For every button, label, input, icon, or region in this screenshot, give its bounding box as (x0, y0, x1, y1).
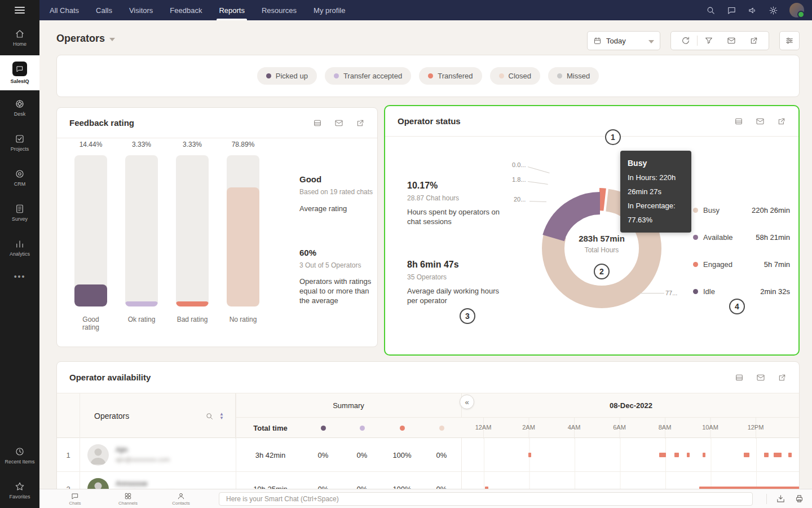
sidebar-item-favorites[interactable]: Favorites (0, 473, 39, 508)
sort-icon[interactable]: ▲▼ (219, 412, 224, 420)
sound-icon[interactable] (748, 6, 757, 15)
legend-pill[interactable]: Closed (490, 67, 540, 85)
smart-chat-input[interactable] (219, 492, 753, 506)
feedback-bar[interactable]: 3.33% Bad rating (176, 155, 209, 306)
gear-icon[interactable] (769, 6, 778, 15)
legend-value: 5h 7min (764, 260, 790, 269)
chevron-down-icon[interactable] (109, 38, 115, 41)
hamburger-menu-icon[interactable] (0, 0, 39, 20)
bar-fill (74, 284, 107, 306)
export-icon[interactable] (777, 117, 786, 126)
feedback-summary: Good Based on 19 rated chats Average rat… (299, 138, 374, 305)
toolbar-icon-group (670, 31, 769, 50)
export-icon[interactable] (778, 373, 787, 382)
export-icon[interactable] (356, 119, 365, 128)
sidebar-item-projects[interactable]: Projects (0, 125, 39, 160)
sidebar-item-label: Home (13, 41, 27, 47)
status-legend-row[interactable]: Busy 220h 26min (693, 196, 790, 224)
bottom-tab-chats[interactable]: Chats (51, 492, 99, 506)
table-view-icon[interactable] (313, 119, 322, 128)
print-icon[interactable] (795, 494, 804, 503)
sidebar-item-salesiq[interactable]: SalesIQ (0, 55, 39, 90)
sidebar-item-label: Recent Items (5, 459, 34, 465)
sidebar-item-recent[interactable]: Recent Items (0, 438, 39, 473)
mail-icon[interactable] (720, 36, 743, 45)
feedback-bar[interactable]: 3.33% Ok rating (125, 155, 158, 306)
activity-mark (774, 453, 782, 457)
status-legend-row[interactable]: Engaged 5h 7min (693, 251, 790, 278)
bar-category-label: No rating (227, 316, 259, 323)
bar-fill (176, 301, 209, 306)
refresh-icon[interactable] (674, 36, 697, 45)
sidebar-more-icon[interactable]: ••• (0, 265, 39, 288)
sidebar-item-analytics[interactable]: Analytics (0, 230, 39, 265)
status-column-dot (360, 426, 365, 431)
legend-pill[interactable]: Missed (548, 67, 599, 85)
legend-value: 58h 21min (756, 233, 790, 242)
sidebar-item-home[interactable]: Home (0, 20, 39, 55)
mail-icon[interactable] (756, 117, 765, 126)
annotation-badge-3: 3 (460, 308, 475, 324)
collapse-summary-button[interactable]: « (460, 395, 474, 409)
donut-callout-label: 20... (514, 196, 526, 203)
operators-percent-caption: 3 Out of 5 Operators (299, 261, 374, 270)
table-view-icon[interactable] (735, 373, 744, 382)
date-range-dropdown[interactable]: Today (587, 31, 660, 50)
filter-icon[interactable] (698, 36, 720, 45)
bar-percent-label: 3.33% (125, 141, 158, 148)
operators-percent-value: 60% (299, 248, 374, 257)
nav-tab[interactable]: All Chats (50, 0, 79, 20)
feedback-bar[interactable]: 14.44% Good rating (74, 155, 107, 306)
mail-icon[interactable] (756, 373, 765, 382)
bottom-tab-label: Contacts (172, 501, 190, 506)
legend-label: Missed (567, 72, 590, 80)
bar-track (74, 155, 107, 306)
legend-label: Available (703, 233, 751, 242)
sidebar-item-desk[interactable]: Desk (0, 90, 39, 125)
chat-icon[interactable] (727, 6, 736, 15)
legend-value: 220h 26min (752, 206, 790, 214)
table-view-icon[interactable] (734, 117, 743, 126)
status-legend-row[interactable]: Available 58h 21min (693, 224, 790, 251)
nav-tab[interactable]: Calls (96, 0, 112, 20)
bar-fill (125, 301, 158, 306)
bottom-tab-channels[interactable]: Channels (104, 492, 152, 506)
mail-icon[interactable] (334, 119, 343, 128)
bar-track (227, 155, 259, 306)
pct-transfer-accepted: 0% (345, 438, 379, 472)
search-icon[interactable] (205, 412, 214, 421)
sidebar-item-survey[interactable]: Survey (0, 195, 39, 230)
total-hours-label: Total Hours (557, 246, 647, 254)
nav-tab[interactable]: Feedback (170, 0, 202, 20)
search-icon[interactable] (706, 6, 716, 15)
feedback-bar[interactable]: 78.89% No rating (227, 155, 259, 306)
table-row[interactable]: 1 Ajin ajin@xxxxxxxx.com 3h 42min 0% 0% … (57, 438, 799, 472)
nav-tab[interactable]: My profile (314, 0, 345, 20)
activity-mark (674, 453, 679, 457)
import-tray-icon[interactable] (776, 494, 785, 503)
legend-pill[interactable]: Transfer accepted (325, 67, 411, 85)
operator-name: Annxxxxe (116, 479, 147, 488)
legend-dot (693, 208, 698, 213)
legend-label: Transfered (438, 72, 473, 80)
nav-tab[interactable]: Reports (219, 0, 245, 20)
bottom-tab-contacts[interactable]: Contacts (157, 492, 205, 506)
nav-tab[interactable]: Resources (262, 0, 297, 20)
date-column-header: 08-Dec-2022 (461, 393, 800, 418)
sliders-icon (785, 36, 794, 45)
nav-tab[interactable]: Visitors (129, 0, 153, 20)
sidebar-item-crm[interactable]: CRM (0, 160, 39, 195)
total-hours-value: 283h 57min (557, 234, 647, 243)
legend-pill[interactable]: Transfered (419, 67, 482, 85)
report-toolbar: Today (587, 31, 800, 50)
availability-timeline (461, 438, 800, 472)
sidebar-item-label: SalesIQ (10, 78, 29, 84)
channels-icon (124, 492, 132, 500)
legend-pill[interactable]: Picked up (257, 67, 317, 85)
customize-button[interactable] (779, 31, 800, 50)
export-icon[interactable] (743, 36, 765, 45)
bar-percent-label: 78.89% (227, 141, 259, 148)
user-avatar[interactable] (789, 3, 804, 17)
time-tick-label: 4AM (568, 424, 581, 431)
legend-label: Busy (703, 206, 747, 214)
